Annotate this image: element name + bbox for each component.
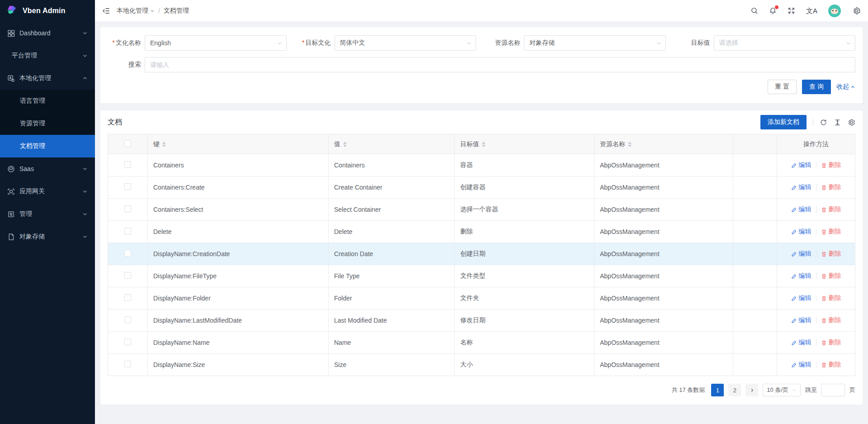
edit-button[interactable]: 编辑 (791, 250, 811, 258)
sidebar-item-dashboard[interactable]: Dashboard (0, 22, 95, 44)
culture-select[interactable]: English (145, 35, 287, 51)
sidebar-item-label: 文档管理 (20, 142, 45, 150)
row-checkbox[interactable] (124, 183, 131, 190)
page-size-select[interactable]: 10 条/页 (763, 384, 801, 396)
delete-button[interactable]: 删除 (821, 250, 841, 258)
delete-button[interactable]: 删除 (821, 294, 841, 302)
sort-icon[interactable] (162, 142, 166, 147)
sidebar-fold-icon[interactable] (102, 7, 110, 15)
settings-gear-icon[interactable] (853, 7, 861, 15)
row-checkbox[interactable] (124, 294, 131, 301)
search-input[interactable] (145, 57, 855, 72)
delete-button[interactable]: 删除 (821, 161, 841, 169)
edit-button[interactable]: 编辑 (791, 338, 811, 347)
saas-icon (7, 165, 15, 173)
edit-button[interactable]: 编辑 (791, 272, 811, 280)
documents-table: 键 值 目标值 资源名称 操作方法 Containers Containers … (108, 134, 855, 376)
sort-icon[interactable] (628, 142, 632, 147)
edit-button[interactable]: 编辑 (791, 205, 811, 214)
row-checkbox[interactable] (124, 316, 131, 323)
cell-empty (733, 287, 777, 310)
sidebar-item-resource-mgmt[interactable]: 资源管理 (0, 112, 95, 135)
row-checkbox[interactable] (124, 338, 131, 345)
sidebar-item-language-mgmt[interactable]: 语言管理 (0, 90, 95, 112)
filter-item-target-culture: *目标文化 简体中文 (297, 35, 476, 51)
delete-button[interactable]: 删除 (821, 316, 841, 324)
edit-button[interactable]: 编辑 (791, 183, 811, 191)
sort-icon[interactable] (482, 142, 486, 147)
cell-value: Delete (329, 221, 455, 243)
edit-button[interactable]: 编辑 (791, 294, 811, 302)
delete-button[interactable]: 删除 (821, 272, 841, 280)
translate-icon[interactable]: 文A (806, 7, 817, 14)
toolbar-divider (813, 119, 813, 126)
chevron-down-icon (82, 166, 88, 172)
row-checkbox[interactable] (124, 161, 131, 168)
trash-icon (821, 295, 827, 301)
row-checkbox[interactable] (124, 272, 131, 279)
edit-button[interactable]: 编辑 (791, 361, 811, 369)
query-button[interactable]: 查 询 (802, 80, 831, 94)
sidebar-item-saas[interactable]: Saas (0, 157, 95, 180)
row-checkbox[interactable] (124, 250, 131, 257)
sidebar-item-app-gateway[interactable]: 应用网关 (0, 180, 95, 203)
sort-icon[interactable] (343, 142, 347, 147)
cell-resource: AbpOssManagement (594, 310, 733, 332)
delete-button[interactable]: 删除 (821, 338, 841, 347)
edit-button[interactable]: 编辑 (791, 316, 811, 324)
row-checkbox[interactable] (124, 228, 131, 234)
chevron-up-icon (850, 85, 855, 90)
pencil-icon (791, 185, 797, 191)
column-header-key[interactable]: 键 (148, 134, 329, 154)
row-checkbox[interactable] (124, 205, 131, 212)
fullscreen-icon[interactable] (788, 7, 795, 14)
sidebar-item-platform-mgmt[interactable]: 平台管理 (0, 44, 95, 67)
column-header-empty (733, 134, 777, 154)
table-header-row: 键 值 目标值 资源名称 操作方法 (108, 134, 855, 154)
table-title: 文档 (108, 118, 122, 127)
column-header-target[interactable]: 目标值 (455, 134, 594, 154)
jump-page-input[interactable] (821, 384, 845, 396)
page-button-2[interactable]: 2 (728, 384, 741, 396)
row-height-icon[interactable] (834, 119, 841, 126)
column-header-value[interactable]: 值 (329, 134, 455, 154)
select-all-checkbox[interactable] (124, 140, 131, 147)
avatar[interactable] (828, 5, 841, 17)
edit-button[interactable]: 编辑 (791, 161, 811, 169)
topbar-actions: 文A (750, 5, 861, 17)
resource-select[interactable]: 对象存储 (524, 35, 666, 51)
sidebar-item-label: 语言管理 (20, 97, 45, 105)
next-page-button[interactable] (745, 384, 758, 396)
logo[interactable]: Vben Admin (0, 0, 95, 22)
cell-target: 容器 (455, 154, 594, 176)
delete-button[interactable]: 删除 (821, 205, 841, 214)
filter-row-1: *文化名称 English *目标文化 简体中文 (108, 35, 855, 51)
collapse-link[interactable]: 收起 (836, 83, 855, 91)
table-card: 文档 添加新文档 (100, 110, 863, 405)
sidebar-item-localization-mgmt[interactable]: 本地化管理 (0, 67, 95, 90)
refresh-icon[interactable] (820, 119, 827, 126)
column-header-resource[interactable]: 资源名称 (594, 134, 733, 154)
table-row: DisplayName:Name Name 名称 AbpOssManagemen… (108, 332, 855, 354)
sidebar-item-management[interactable]: 管理 (0, 203, 95, 225)
pagination-total: 共 17 条数据 (672, 386, 705, 394)
cell-empty (733, 354, 777, 376)
target-culture-select[interactable]: 简体中文 (335, 35, 476, 51)
search-icon[interactable] (750, 7, 758, 14)
notification-bell-icon[interactable] (769, 7, 777, 14)
sidebar-item-document-mgmt[interactable]: 文档管理 (0, 135, 95, 157)
add-document-button[interactable]: 添加新文档 (760, 115, 807, 129)
page-button-1[interactable]: 1 (711, 384, 724, 396)
table-row: DisplayName:LastModifiedDate Last Modifi… (108, 310, 855, 332)
delete-button[interactable]: 删除 (821, 183, 841, 191)
delete-button[interactable]: 删除 (821, 361, 841, 369)
breadcrumb-parent[interactable]: 本地化管理 (117, 7, 155, 15)
edit-button[interactable]: 编辑 (791, 228, 811, 236)
reset-button[interactable]: 重 置 (768, 80, 797, 94)
row-checkbox[interactable] (124, 361, 131, 367)
target-value-select[interactable]: 请选择 (714, 35, 856, 51)
column-settings-gear-icon[interactable] (848, 119, 855, 126)
sidebar-item-object-storage[interactable]: 对象存储 (0, 225, 95, 248)
target-culture-select-value: 简体中文 (340, 39, 365, 47)
delete-button[interactable]: 删除 (821, 228, 841, 236)
